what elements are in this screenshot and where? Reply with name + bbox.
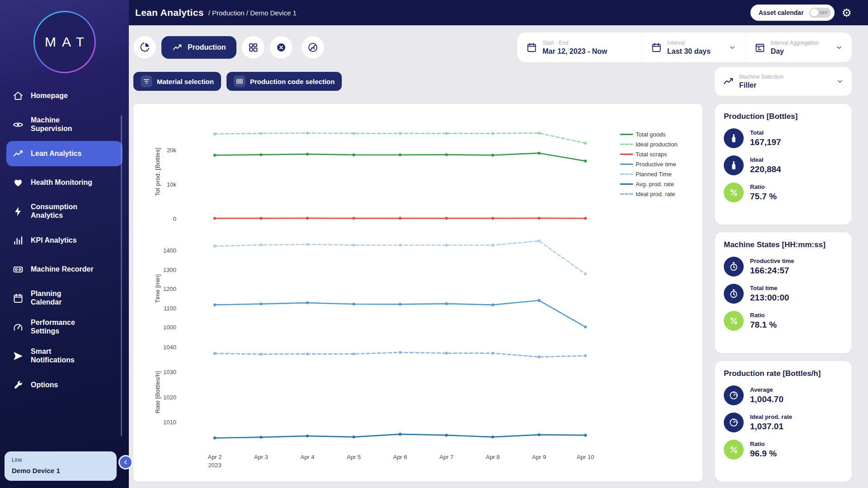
sidebar-scrollbar[interactable]	[121, 115, 122, 436]
barcode-icon	[234, 75, 245, 87]
view-tools: Production	[133, 36, 324, 59]
send-icon	[13, 351, 24, 361]
recorder-icon	[13, 264, 24, 275]
stat-texts: Ratio 75.7 %	[750, 183, 777, 202]
interval-label: Interval	[667, 40, 711, 46]
stat-value: 75.7 %	[750, 192, 777, 202]
svg-text:Avg. prod. rate: Avg. prod. rate	[636, 180, 674, 187]
calendar-icon	[13, 293, 24, 304]
svg-text:1000: 1000	[163, 324, 176, 331]
app: MAT Homepage Machine Supervision Lean An…	[0, 0, 868, 488]
calendar-icon	[651, 42, 662, 53]
sidebar-item-label: Performance Settings	[31, 319, 75, 336]
sidebar-item-planning-calendar[interactable]: Planning Calendar	[6, 286, 123, 311]
chevron-left-icon	[123, 459, 129, 465]
svg-text:Apr 7: Apr 7	[439, 454, 453, 460]
mat-logo: MAT	[33, 11, 96, 73]
date-range-value: Mar 12, 2023 - Now	[542, 47, 607, 56]
stat-texts: Ideal 220,884	[750, 156, 781, 174]
svg-text:0: 0	[173, 216, 176, 222]
production-code-selection-label: Production code selection	[250, 78, 335, 85]
interval-select[interactable]: Interval Last 30 days	[642, 33, 745, 62]
svg-text:1020: 1020	[163, 394, 176, 401]
machine-selection-dropdown[interactable]: Machine Selection Filler	[715, 67, 852, 96]
sidebar-collapse-button[interactable]	[120, 456, 132, 468]
sidebar-item-label: Options	[31, 381, 58, 389]
line-chart-icon	[172, 42, 182, 52]
date-range-texts: Start - End Mar 12, 2023 - Now	[542, 40, 607, 56]
aggregation-texts: Interval Aggregation Day	[771, 40, 819, 56]
machine-states-card: Machine States [HH:mm:ss] Productive tim…	[715, 232, 852, 353]
machine-selection-label: Machine Selection	[739, 74, 783, 80]
sidebar-item-label: Planning Calendar	[31, 290, 61, 307]
sidebar-item-machine-supervision[interactable]: Machine Supervision	[6, 112, 123, 137]
production-chart: 010k20kTot prod. [Bottles]10001100120013…	[133, 104, 703, 482]
aggregation-label: Interval Aggregation	[771, 40, 819, 46]
device-card: Line Demo Device 1	[5, 451, 117, 481]
asset-calendar-control[interactable]: Asset calendar OFF	[750, 5, 835, 21]
home-icon	[13, 90, 24, 101]
stat-label: Total time	[750, 285, 789, 291]
header: Lean Analytics / Production / Demo Devic…	[129, 0, 868, 25]
svg-text:Total scraps: Total scraps	[636, 151, 667, 158]
stats-column: Production [Bottles] Total 167,197	[715, 104, 852, 482]
calendar-icon	[526, 42, 537, 53]
no-data-view-button[interactable]	[302, 36, 324, 59]
production-code-selection-button[interactable]: Production code selection	[226, 72, 342, 91]
sidebar-item-options[interactable]: Options	[6, 372, 123, 398]
stat-texts: Total 167,197	[750, 129, 781, 147]
svg-text:Apr 6: Apr 6	[393, 454, 407, 460]
card-title: Production [Bottles]	[724, 112, 843, 121]
stat-value: 96.9 %	[750, 449, 777, 459]
stat-label: Ratio	[750, 312, 777, 319]
stat-label: Ideal	[750, 156, 781, 163]
sidebar-nav: Homepage Machine Supervision Lean Analyt…	[0, 83, 129, 398]
scraps-view-button[interactable]	[270, 36, 292, 59]
svg-text:1300: 1300	[163, 267, 176, 273]
main: Lean Analytics / Production / Demo Devic…	[129, 0, 868, 488]
stat-value: 213:00:00	[750, 293, 789, 303]
asset-calendar-label: Asset calendar	[759, 9, 804, 16]
sidebar-item-machine-recorder[interactable]: Machine Recorder	[6, 257, 123, 282]
material-selection-button[interactable]: Material selection	[133, 72, 221, 91]
stat-label: Total	[750, 129, 781, 136]
svg-text:1010: 1010	[163, 419, 176, 426]
stat-row: Ideal prod. rate 1,037.01	[724, 413, 843, 432]
aggregation-select[interactable]: Interval Aggregation Day	[745, 33, 852, 62]
stat-row: Productive time 166:24:57	[724, 257, 843, 277]
sidebar-item-smart-notifications[interactable]: Smart Notifications	[6, 343, 123, 369]
sidebar-item-homepage[interactable]: Homepage	[6, 83, 123, 108]
production-tab[interactable]: Production	[161, 36, 236, 59]
svg-text:Apr 5: Apr 5	[347, 454, 361, 460]
svg-text:Productive time: Productive time	[636, 161, 676, 168]
svg-text:Apr 10: Apr 10	[577, 454, 594, 460]
selection-row: Material selection Production code selec…	[133, 67, 852, 96]
sidebar-item-consumption-analytics[interactable]: Consumption Analytics	[6, 199, 123, 224]
date-range-picker[interactable]: Start - End Mar 12, 2023 - Now	[517, 33, 642, 62]
sidebar-item-label: Machine Supervision	[31, 116, 72, 133]
machine-selection-texts: Machine Selection Filler	[739, 74, 783, 89]
sidebar-item-health-monitoring[interactable]: Health Monitoring	[6, 170, 123, 195]
sidebar-item-kpi-analytics[interactable]: KPI Analytics	[6, 228, 123, 253]
asset-calendar-toggle[interactable]: OFF	[809, 8, 831, 18]
chevron-down-icon	[729, 44, 736, 51]
stat-texts: Ratio 96.9 %	[750, 441, 777, 459]
stopwatch-icon	[724, 257, 744, 277]
svg-text:Time [min]: Time [min]	[154, 274, 161, 303]
page-title: Lean Analytics	[135, 7, 204, 18]
device-line-label: Line	[12, 457, 109, 463]
grid-icon	[248, 42, 259, 53]
stat-texts: Average 1,004.70	[750, 386, 783, 404]
sidebar-item-performance-settings[interactable]: Performance Settings	[6, 314, 123, 340]
sidebar: MAT Homepage Machine Supervision Lean An…	[0, 0, 129, 488]
grid-view-button[interactable]	[242, 36, 264, 59]
stat-value: 78.1 %	[750, 320, 777, 330]
svg-text:Ideal prod. rate: Ideal prod. rate	[636, 190, 675, 197]
gear-icon[interactable]: ⚙	[842, 7, 852, 19]
rate-gauge-icon	[724, 413, 744, 432]
cancel-circle-icon	[276, 42, 287, 53]
chevron-down-icon	[836, 78, 844, 85]
sidebar-item-lean-analytics[interactable]: Lean Analytics	[6, 141, 123, 166]
pie-chart-view-button[interactable]	[133, 36, 156, 59]
svg-text:Apr 3: Apr 3	[254, 454, 268, 460]
